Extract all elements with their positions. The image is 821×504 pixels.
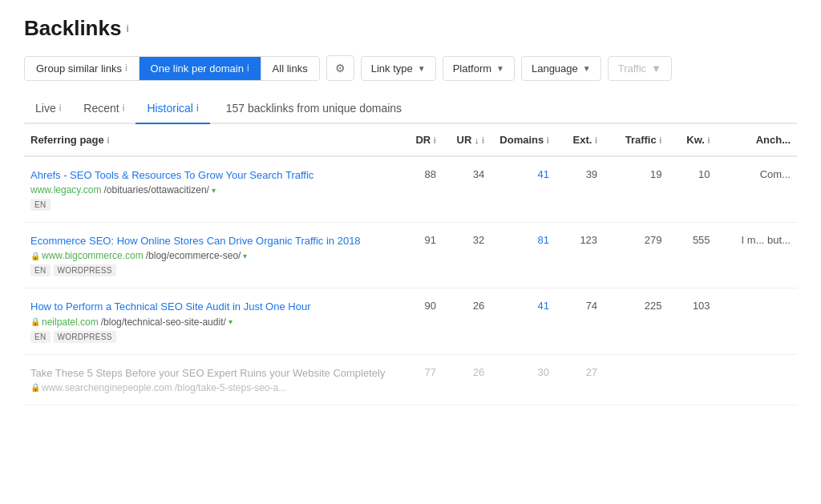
group-similar-button[interactable]: Group similar links i bbox=[25, 57, 140, 80]
backlinks-count: 157 backlinks from unique domains bbox=[226, 102, 402, 115]
cell-traffic: 19 bbox=[604, 156, 668, 223]
cell-ur: 32 bbox=[443, 223, 491, 288]
table-container: Referring page i DR i UR ↓ i Domains bbox=[24, 124, 797, 405]
page-title-link[interactable]: Take These 5 Steps Before your SEO Exper… bbox=[30, 366, 388, 381]
page-title-link[interactable]: Ecommerce SEO: How Online Stores Can Dri… bbox=[30, 234, 388, 248]
tag-badge: EN bbox=[30, 264, 51, 276]
page-url-link[interactable]: www.bigcommerce.com/blog/ecommerce-seo/▾ bbox=[42, 250, 247, 261]
page-url-link[interactable]: www.legacy.com/obituaries/ottawacitizen/… bbox=[30, 184, 216, 196]
tag-badge: EN bbox=[30, 331, 51, 343]
page-url-link[interactable]: neilpatel.com/blog/technical-seo-site-au… bbox=[42, 317, 233, 328]
kw-info-icon[interactable]: i bbox=[708, 135, 710, 145]
cell-domains: 41 bbox=[491, 156, 556, 223]
cell-dr: 77 bbox=[394, 354, 443, 405]
tab-historical[interactable]: Historical i bbox=[135, 94, 209, 124]
cell-dr: 90 bbox=[394, 288, 443, 354]
col-header-anch: Anch... bbox=[717, 124, 797, 156]
cell-ext: 74 bbox=[556, 288, 604, 354]
tab-live[interactable]: Live i bbox=[24, 94, 72, 124]
traffic-dropdown[interactable]: Traffic ▼ bbox=[608, 56, 672, 81]
cell-kw: 103 bbox=[668, 288, 716, 354]
cell-anch bbox=[717, 288, 797, 354]
cell-referring-page: Ahrefs - SEO Tools & Resources To Grow Y… bbox=[24, 156, 394, 223]
cell-dr: 88 bbox=[394, 156, 443, 223]
all-links-button[interactable]: All links bbox=[261, 57, 319, 80]
platform-caret-icon: ▼ bbox=[496, 64, 504, 73]
historical-info-icon[interactable]: i bbox=[196, 103, 199, 114]
link-filter-group: Group similar links i One link per domai… bbox=[24, 56, 320, 81]
tag-badge: WORDPRESS bbox=[54, 331, 116, 343]
cell-dr: 91 bbox=[394, 223, 443, 288]
tag-badge: EN bbox=[30, 199, 51, 211]
cell-ext: 27 bbox=[556, 354, 604, 405]
cell-traffic bbox=[604, 354, 668, 405]
col-header-ur[interactable]: UR ↓ i bbox=[443, 124, 491, 156]
col-header-kw: Kw. i bbox=[668, 124, 716, 156]
table-row: How to Perform a Technical SEO Site Audi… bbox=[24, 288, 797, 354]
tab-recent[interactable]: Recent i bbox=[72, 94, 135, 124]
col-header-dr: DR i bbox=[394, 124, 443, 156]
recent-info-icon[interactable]: i bbox=[123, 103, 125, 114]
ur-sort-icon: ↓ bbox=[475, 135, 479, 145]
domains-info-icon[interactable]: i bbox=[547, 135, 549, 145]
cell-referring-page: Take These 5 Steps Before your SEO Exper… bbox=[24, 354, 394, 405]
cell-traffic: 279 bbox=[604, 223, 668, 288]
cell-ext: 123 bbox=[556, 223, 604, 288]
gear-icon: ⚙ bbox=[335, 62, 346, 75]
col-header-domains: Domains i bbox=[491, 124, 556, 156]
traffic-caret-icon: ▼ bbox=[651, 62, 661, 75]
page-title: Backlinks bbox=[24, 16, 121, 41]
chevron-down-icon: ▾ bbox=[229, 317, 233, 326]
page-container: Backlinks i Group similar links i One li… bbox=[0, 0, 821, 421]
cell-referring-page: How to Perform a Technical SEO Site Audi… bbox=[24, 288, 394, 354]
table-row: Ahrefs - SEO Tools & Resources To Grow Y… bbox=[24, 156, 797, 223]
cell-anch: Com... bbox=[717, 156, 797, 223]
cell-traffic: 225 bbox=[604, 288, 668, 354]
tags-row: ENWORDPRESS bbox=[30, 264, 388, 276]
platform-dropdown[interactable]: Platform ▼ bbox=[443, 56, 515, 81]
ur-info-icon[interactable]: i bbox=[482, 135, 484, 145]
title-info-icon[interactable]: i bbox=[126, 23, 128, 34]
toolbar: Group similar links i One link per domai… bbox=[24, 55, 797, 81]
cell-domains: 30 bbox=[491, 354, 556, 405]
chevron-down-icon: ▾ bbox=[212, 186, 216, 195]
cell-referring-page: Ecommerce SEO: How Online Stores Can Dri… bbox=[24, 223, 394, 288]
page-title-row: Backlinks i bbox=[24, 16, 797, 41]
one-per-domain-info-icon[interactable]: i bbox=[247, 62, 249, 74]
lock-icon: 🔒 bbox=[30, 383, 40, 392]
cell-domains: 41 bbox=[491, 288, 556, 354]
referring-info-icon[interactable]: i bbox=[107, 135, 109, 145]
dr-info-icon[interactable]: i bbox=[434, 135, 436, 145]
table-header-row: Referring page i DR i UR ↓ i Domains bbox=[24, 124, 797, 156]
live-info-icon[interactable]: i bbox=[59, 103, 62, 114]
cell-kw bbox=[668, 354, 716, 405]
page-title-link[interactable]: Ahrefs - SEO Tools & Resources To Grow Y… bbox=[30, 168, 388, 183]
tabs-row: Live i Recent i Historical i 157 backlin… bbox=[24, 94, 797, 124]
page-title-link[interactable]: How to Perform a Technical SEO Site Audi… bbox=[30, 300, 388, 314]
col-header-ext: Ext. i bbox=[556, 124, 604, 156]
language-dropdown[interactable]: Language ▼ bbox=[521, 56, 601, 81]
ext-info-icon[interactable]: i bbox=[595, 135, 597, 145]
cell-kw: 10 bbox=[668, 156, 716, 223]
link-type-dropdown[interactable]: Link type ▼ bbox=[361, 56, 436, 81]
traffic-info-icon[interactable]: i bbox=[659, 135, 661, 145]
backlinks-table: Referring page i DR i UR ↓ i Domains bbox=[24, 124, 797, 405]
page-url-link[interactable]: www.searchenginepeople.com/blog/take-5-s… bbox=[42, 382, 286, 393]
one-per-domain-button[interactable]: One link per domain i bbox=[140, 57, 261, 80]
col-header-referring: Referring page i bbox=[24, 124, 394, 156]
link-type-caret-icon: ▼ bbox=[418, 64, 426, 73]
cell-anch: I m... but... bbox=[717, 223, 797, 288]
lock-icon: 🔒 bbox=[30, 317, 40, 326]
language-caret-icon: ▼ bbox=[583, 64, 591, 73]
col-header-traffic: Traffic i bbox=[604, 124, 668, 156]
settings-button[interactable]: ⚙ bbox=[326, 55, 354, 81]
group-similar-info-icon[interactable]: i bbox=[125, 62, 127, 74]
cell-ext: 39 bbox=[556, 156, 604, 223]
tag-badge: WORDPRESS bbox=[54, 264, 116, 276]
cell-kw: 555 bbox=[668, 223, 716, 288]
tags-row: ENWORDPRESS bbox=[30, 331, 388, 343]
cell-ur: 34 bbox=[443, 156, 491, 223]
cell-domains: 81 bbox=[491, 223, 556, 288]
cell-anch bbox=[717, 354, 797, 405]
table-row: Take These 5 Steps Before your SEO Exper… bbox=[24, 354, 797, 405]
